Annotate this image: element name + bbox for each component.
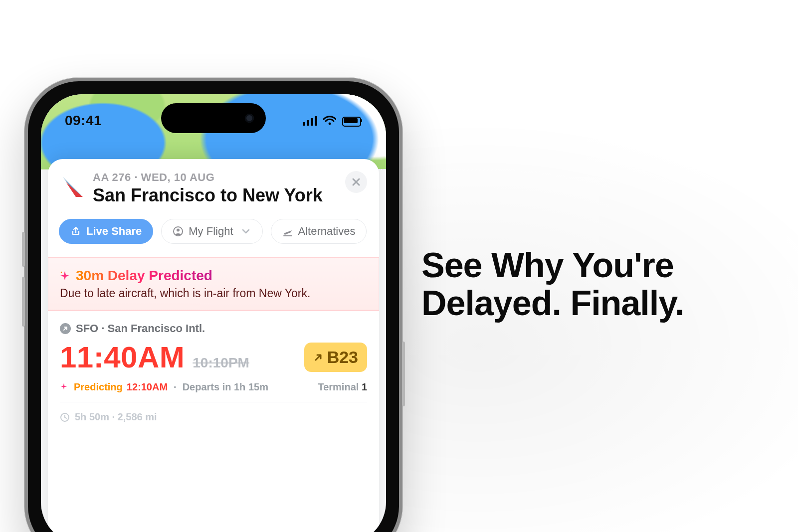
- delay-alert[interactable]: 30m Delay Predicted Due to late aircraft…: [48, 257, 379, 311]
- power-button[interactable]: [402, 342, 405, 406]
- alternatives-button[interactable]: Alternatives: [271, 219, 367, 244]
- departure-airport-label: SFO · San Francisco Intl.: [76, 322, 205, 335]
- close-button[interactable]: [345, 171, 367, 193]
- departure-times: 11:40AM 10:10PM: [60, 340, 249, 374]
- duration-distance-row: 5h 50m · 2,586 mi: [60, 411, 367, 423]
- action-pill-row: Live Share My Flight: [48, 211, 379, 255]
- battery-icon: [342, 116, 362, 126]
- volume-down-button[interactable]: [22, 277, 25, 327]
- live-share-button[interactable]: Live Share: [59, 219, 153, 244]
- marketing-canvas: See Why You're Delayed. Finally. 09:41: [0, 0, 798, 532]
- volume-up-button[interactable]: [22, 232, 25, 267]
- svg-point-0: [329, 123, 331, 125]
- gate-chip[interactable]: B23: [304, 343, 367, 372]
- dynamic-island: [161, 103, 266, 133]
- wifi-icon: [323, 116, 336, 126]
- chevron-down-icon: [240, 226, 251, 237]
- phone-screen: 09:41: [41, 94, 386, 532]
- clock-icon: [60, 412, 70, 422]
- departure-main-row: 11:40AM 10:10PM B23: [60, 340, 367, 374]
- delay-alert-description: Due to late aircraft, which is in-air fr…: [60, 287, 367, 300]
- divider: [60, 402, 367, 402]
- sheet-header-text: AA 276 · WED, 10 AUG San Francisco to Ne…: [93, 171, 336, 206]
- terminal-value: 1: [362, 381, 367, 392]
- headline-line-2: Delayed. Finally.: [421, 284, 684, 323]
- flight-code-date: AA 276 · WED, 10 AUG: [93, 171, 336, 184]
- departs-in-label: Departs in 1h 15m: [183, 381, 268, 393]
- phone-frame: 09:41: [24, 77, 403, 532]
- plane-landing-icon: [282, 226, 293, 237]
- airline-logo-icon: [60, 175, 84, 199]
- departure-time-new: 11:40AM: [60, 340, 185, 374]
- sparkle-small-icon: [60, 381, 68, 393]
- alternatives-label: Alternatives: [298, 225, 356, 238]
- departure-airport-row: SFO · San Francisco Intl.: [60, 322, 367, 335]
- departure-block: SFO · San Francisco Intl. 11:40AM 10:10P…: [48, 311, 379, 428]
- gate-value: B23: [327, 348, 358, 367]
- terminal-label-row: Terminal 1: [318, 381, 367, 393]
- phone-bezel: 09:41: [28, 81, 399, 532]
- front-camera-icon: [245, 114, 254, 123]
- close-icon: [351, 177, 361, 187]
- predicting-prefix: Predicting: [74, 381, 123, 393]
- departure-arrow-icon: [60, 323, 71, 334]
- gate-arrow-icon: [313, 353, 323, 362]
- headline: See Why You're Delayed. Finally.: [421, 247, 751, 322]
- duration-distance-label: 5h 50m · 2,586 mi: [75, 411, 157, 423]
- terminal-label: Terminal: [318, 381, 359, 392]
- flight-route-title: San Francisco to New York: [93, 185, 336, 206]
- cellular-icon: [303, 116, 317, 126]
- my-flight-label: My Flight: [189, 225, 233, 238]
- sheet-header: AA 276 · WED, 10 AUG San Francisco to Ne…: [48, 159, 379, 211]
- svg-point-2: [177, 229, 180, 232]
- live-share-label: Live Share: [86, 225, 142, 238]
- delay-alert-title-row: 30m Delay Predicted: [60, 268, 367, 284]
- departure-time-old: 10:10PM: [193, 355, 249, 371]
- headline-line-1: See Why You're: [421, 246, 674, 285]
- status-time: 09:41: [65, 113, 102, 129]
- departure-sub-row: Predicting 12:10AM · Departs in 1h 15m T…: [60, 381, 367, 393]
- svg-point-3: [61, 272, 62, 273]
- my-flight-button[interactable]: My Flight: [161, 219, 262, 244]
- share-icon: [70, 226, 81, 237]
- sparkle-icon: [60, 271, 70, 281]
- predicting-label: Predicting 12:10AM: [74, 381, 168, 393]
- person-circle-icon: [173, 226, 184, 237]
- predicting-time: 12:10AM: [127, 381, 168, 393]
- flight-sheet: AA 276 · WED, 10 AUG San Francisco to Ne…: [48, 159, 379, 532]
- delay-alert-title: 30m Delay Predicted: [76, 268, 212, 284]
- status-icons: [303, 116, 362, 126]
